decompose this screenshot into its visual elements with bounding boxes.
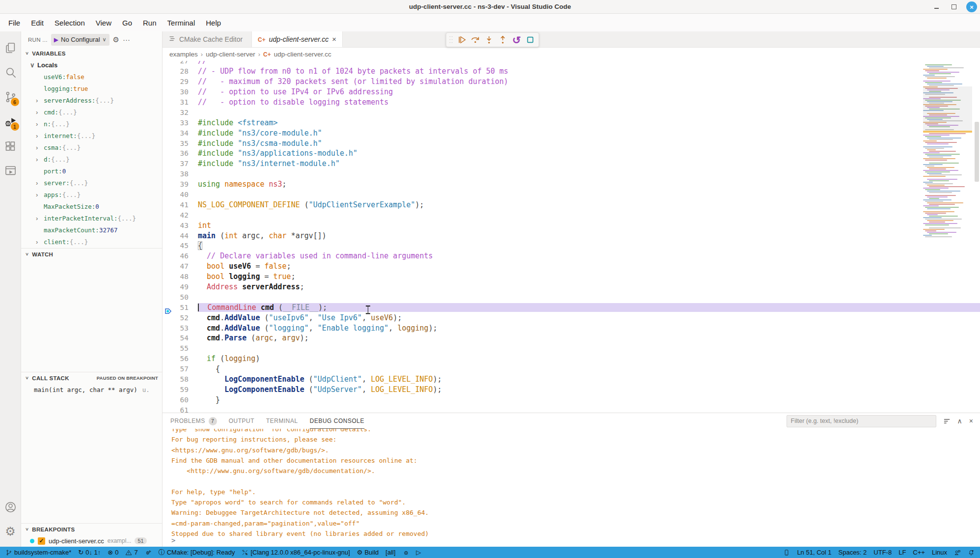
tab-cmake-cache-editor[interactable]: CMake Cache Editor xyxy=(163,31,252,47)
code-line-44[interactable]: 44main (int argc, char *argv[]) xyxy=(163,230,980,241)
breakpoint-checkbox[interactable]: ✓ xyxy=(38,537,45,545)
menu-item-run[interactable]: Run xyxy=(137,17,162,29)
status-cmake-target[interactable]: [all] xyxy=(382,547,399,558)
status-remote-device[interactable] xyxy=(780,547,793,558)
status-cmake-debug[interactable] xyxy=(399,547,413,558)
activity-explorer-icon[interactable] xyxy=(0,35,21,60)
status-language-mode[interactable]: C++ xyxy=(909,547,928,558)
code-line-54[interactable]: 54 cmd.Parse (argc, argv); xyxy=(163,333,980,343)
status-encoding[interactable]: UTF-8 xyxy=(870,547,895,558)
watch-header[interactable]: ∨ WATCH xyxy=(21,249,162,260)
code-line-35[interactable]: 35#include "ns3/csma-module.h" xyxy=(163,138,980,148)
menu-item-file[interactable]: File xyxy=(3,17,26,29)
variable-row-n[interactable]: ›n: {...} xyxy=(21,118,162,130)
code-line-37[interactable]: 37#include "ns3/internet-module.h" xyxy=(163,159,980,169)
variable-row-client[interactable]: ›client: {...} xyxy=(21,236,162,248)
code-line-47[interactable]: 47 bool useV6 = false; xyxy=(163,261,980,272)
call-stack-header[interactable]: ∨ CALL STACK PAUSED ON BREAKPOINT xyxy=(21,372,162,384)
activity-accounts-icon[interactable] xyxy=(0,495,21,519)
code-line-28[interactable]: 28// - UDP flow from n0 to n1 of 1024 by… xyxy=(163,66,980,77)
breadcrumb-item[interactable]: examples xyxy=(169,51,198,58)
menu-item-terminal[interactable]: Terminal xyxy=(162,17,201,29)
close-panel-icon[interactable]: × xyxy=(969,417,973,425)
tab-close-icon[interactable]: × xyxy=(332,35,336,43)
panel-tab-problems[interactable]: PROBLEMS7 xyxy=(170,413,217,429)
code-line-42[interactable]: 42 xyxy=(163,210,980,220)
console-prompt[interactable]: > xyxy=(171,536,175,544)
code-line-57[interactable]: 57 { xyxy=(163,364,980,374)
activity-manage-icon[interactable]: ⚙ xyxy=(0,519,21,544)
maximize-button[interactable] xyxy=(949,1,959,12)
code-line-55[interactable]: 55 xyxy=(163,343,980,354)
code-line-45[interactable]: 45{ xyxy=(163,241,980,251)
code-line-48[interactable]: 48 bool logging = true; xyxy=(163,272,980,282)
minimap-viewport[interactable] xyxy=(923,86,972,131)
status-platform[interactable]: Linux xyxy=(928,547,951,558)
status-eol[interactable]: LF xyxy=(895,547,909,558)
code-editor[interactable]: 27//28// - UDP flow from n0 to n1 of 102… xyxy=(163,61,980,413)
menu-item-selection[interactable]: Selection xyxy=(49,17,90,29)
code-line-53[interactable]: 53 cmd.AddValue ("logging", "Enable logg… xyxy=(163,323,980,333)
code-line-34[interactable]: 34#include "ns3/core-module.h" xyxy=(163,128,980,138)
status-cmake-run[interactable]: ▷ xyxy=(413,547,425,558)
status-notifications[interactable] xyxy=(964,547,978,558)
code-line-49[interactable]: 49 Address serverAddress; xyxy=(163,282,980,292)
tab-udp-client-server-cc[interactable]: C+udp-client-server.cc× xyxy=(252,31,343,47)
code-line-40[interactable]: 40 xyxy=(163,190,980,200)
menu-item-help[interactable]: Help xyxy=(200,17,226,29)
toolbar-grip-icon[interactable]: ······ xyxy=(448,35,454,44)
step-into-button[interactable] xyxy=(483,33,495,46)
step-over-button[interactable] xyxy=(469,33,482,46)
code-line-43[interactable]: 43int xyxy=(163,220,980,230)
variable-row-logging[interactable]: logging: true xyxy=(21,83,162,94)
call-stack-frame[interactable]: main(int argc, char ** argv)u. xyxy=(21,384,162,395)
menu-item-go[interactable]: Go xyxy=(117,17,137,29)
variable-row-d[interactable]: ›d: {...} xyxy=(21,153,162,165)
code-line-30[interactable]: 30// - option to use IPv4 or IPv6 addres… xyxy=(163,87,980,97)
code-line-41[interactable]: 41NS_LOG_COMPONENT_DEFINE ("UdpClientSer… xyxy=(163,199,980,210)
code-line-61[interactable]: 61 xyxy=(163,405,980,413)
status-cmake-status[interactable]: ⓘCMake: [Debug]: Ready xyxy=(155,547,239,558)
code-line-27[interactable]: 27// xyxy=(163,61,980,66)
panel-tab-terminal[interactable]: TERMINAL xyxy=(266,413,298,429)
variable-row-internet[interactable]: ›internet: {...} xyxy=(21,130,162,141)
variables-header[interactable]: ∨ VARIABLES xyxy=(21,48,162,59)
status-sync[interactable]: ↻0↓ 1↑ xyxy=(75,547,104,558)
start-debug-icon[interactable]: ▶ xyxy=(54,36,58,43)
variables-scope-locals[interactable]: ∨Locals xyxy=(21,59,162,71)
breakpoints-header[interactable]: ∨ BREAKPOINTS xyxy=(21,524,162,535)
variable-row-interPacketInterval[interactable]: ›interPacketInterval: {...} xyxy=(21,212,162,224)
code-line-46[interactable]: 46 // Declare variables used in command-… xyxy=(163,251,980,261)
status-cursor-position[interactable]: Ln 51, Col 1 xyxy=(793,547,835,558)
minimize-button[interactable] xyxy=(931,1,942,12)
editor-scrollbar[interactable] xyxy=(975,122,979,182)
activity-run-debug-icon[interactable]: 1 xyxy=(0,109,21,134)
variable-row-useV6[interactable]: useV6: false xyxy=(21,71,162,83)
code-line-51[interactable]: 51 CommandLine cmd (__FILE__); xyxy=(163,302,980,312)
code-line-31[interactable]: 31// - option to disable logging stateme… xyxy=(163,97,980,108)
breadcrumb-item[interactable]: udp-client-server.cc xyxy=(274,51,331,58)
activity-extensions-icon[interactable] xyxy=(0,134,21,158)
status-errors[interactable]: ⊗0 xyxy=(104,547,122,558)
code-line-56[interactable]: 56 if (logging) xyxy=(163,354,980,364)
status-indentation[interactable]: Spaces: 2 xyxy=(835,547,871,558)
close-button[interactable]: × xyxy=(966,1,977,12)
code-line-36[interactable]: 36#include "ns3/applications-module.h" xyxy=(163,148,980,159)
status-cmake-build[interactable]: ⚙Build xyxy=(354,547,382,558)
status-feedback[interactable] xyxy=(951,547,964,558)
restart-button[interactable]: ↺ xyxy=(510,33,523,46)
console-filter-input[interactable] xyxy=(787,415,936,427)
variable-row-csma[interactable]: ›csma: {...} xyxy=(21,141,162,153)
stop-button[interactable] xyxy=(524,33,537,46)
code-line-29[interactable]: 29// - maximum of 320 packets sent (or l… xyxy=(163,77,980,87)
code-line-33[interactable]: 33#include <fstream> xyxy=(163,117,980,128)
variable-row-cmd[interactable]: ›cmd: {...} xyxy=(21,106,162,118)
breadcrumb-item[interactable]: udp-client-server xyxy=(206,51,255,58)
code-line-32[interactable]: 32 xyxy=(163,107,980,117)
continue-button[interactable] xyxy=(455,33,468,46)
variable-row-server[interactable]: ›server: {...} xyxy=(21,177,162,189)
status-warnings[interactable]: 7 xyxy=(122,547,141,558)
code-line-58[interactable]: 58 LogComponentEnable ("UdpClient", LOG_… xyxy=(163,374,980,385)
step-out-button[interactable] xyxy=(496,33,509,46)
breakpoint-row[interactable]: ✓udp-client-server.ccexampl...51 xyxy=(21,535,162,547)
